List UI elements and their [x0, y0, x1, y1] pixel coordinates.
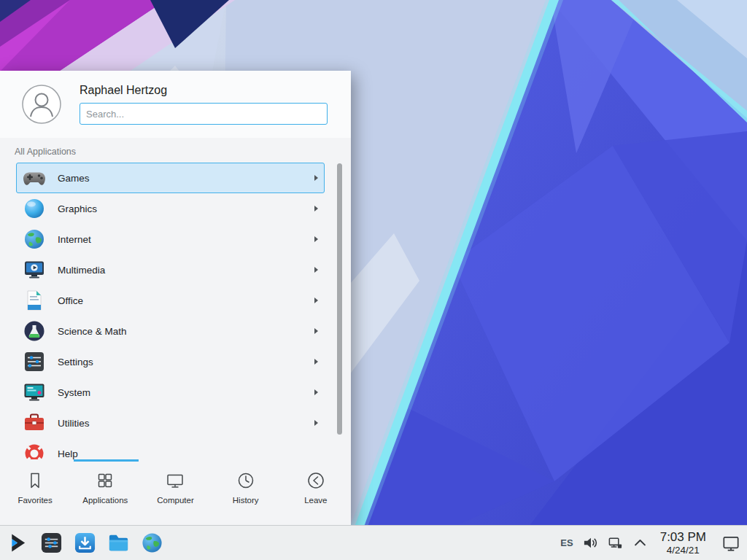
section-label: All Applications — [0, 138, 351, 159]
category-internet[interactable]: Internet — [16, 224, 325, 254]
category-office[interactable]: Office — [16, 285, 325, 316]
submenu-arrow-icon — [314, 267, 318, 273]
taskbar: ES — [0, 525, 747, 560]
keyboard-layout-indicator[interactable]: ES — [560, 537, 573, 548]
system-tray: ES — [560, 529, 741, 558]
category-graphics[interactable]: Graphics — [16, 193, 325, 224]
tab-favorites[interactable]: Favorites — [0, 459, 70, 525]
category-utilities[interactable]: Utilities — [16, 408, 325, 438]
submenu-arrow-icon — [314, 298, 318, 303]
category-games[interactable]: Games — [16, 163, 325, 193]
category-label: Utilities — [58, 418, 90, 429]
avatar-icon — [22, 85, 61, 124]
category-label: Science & Math — [58, 326, 127, 337]
clock-date: 4/24/21 — [660, 545, 706, 556]
browser-globe-icon[interactable] — [140, 531, 164, 555]
launcher-tab-bar: Favorites Applications — [0, 459, 351, 525]
category-help[interactable]: Help — [16, 438, 325, 459]
category-multimedia[interactable]: Multimedia — [16, 254, 325, 285]
globe-icon — [23, 228, 46, 251]
show-desktop-button[interactable] — [721, 529, 741, 558]
kickoff-icon[interactable] — [6, 531, 30, 555]
header-right: Raphael Hertzog — [80, 84, 328, 125]
toolbox-icon — [23, 411, 46, 435]
category-label: Graphics — [58, 203, 97, 214]
clock-icon — [236, 470, 256, 491]
flask-icon — [23, 319, 46, 343]
tab-computer[interactable]: Computer — [140, 459, 210, 525]
tab-label: Computer — [157, 496, 194, 505]
folder-icon[interactable] — [107, 531, 131, 555]
taskbar-launchers — [6, 531, 164, 555]
tab-label: Applications — [82, 496, 128, 505]
grid-icon — [95, 470, 115, 491]
download-icon[interactable] — [73, 531, 97, 555]
desktop: Raphael Hertzog All Applications — [0, 0, 747, 560]
show-desktop-icon — [721, 533, 741, 553]
leave-icon — [306, 470, 326, 491]
digital-clock[interactable]: 7:03 PM 4/24/21 — [660, 530, 706, 556]
category-label: Office — [58, 295, 83, 306]
category-label: Games — [58, 173, 90, 184]
document-icon — [23, 289, 46, 312]
volume-icon[interactable] — [583, 535, 598, 551]
category-settings[interactable]: Settings — [16, 346, 325, 377]
tab-label: History — [233, 496, 259, 505]
category-label: Internet — [58, 234, 91, 245]
submenu-arrow-icon — [314, 359, 318, 365]
submenu-arrow-icon — [314, 236, 318, 242]
category-system[interactable]: System — [16, 377, 325, 408]
category-science-math[interactable]: Science & Math — [16, 316, 325, 346]
submenu-arrow-icon — [314, 389, 318, 395]
system-monitor-icon — [23, 381, 46, 404]
submenu-arrow-icon — [314, 420, 318, 426]
tab-leave[interactable]: Leave — [281, 459, 351, 525]
lifebuoy-icon — [23, 442, 46, 459]
sphere-icon — [23, 197, 46, 220]
application-launcher: Raphael Hertzog All Applications — [0, 71, 351, 525]
launcher-header: Raphael Hertzog — [0, 71, 351, 138]
user-avatar[interactable] — [22, 85, 61, 124]
submenu-arrow-icon — [314, 175, 318, 181]
sliders-icon — [23, 350, 46, 373]
monitor-icon — [165, 470, 185, 491]
tab-label: Favorites — [18, 496, 52, 505]
search-input[interactable] — [80, 103, 328, 125]
user-name: Raphael Hertzog — [80, 84, 328, 97]
media-display-icon — [23, 258, 46, 281]
category-list: Games Graphics — [0, 159, 351, 459]
network-icon[interactable] — [608, 535, 623, 551]
submenu-arrow-icon — [314, 206, 318, 211]
bookmark-icon — [25, 470, 45, 491]
list-scrollbar[interactable] — [337, 163, 342, 435]
gamepad-icon — [23, 166, 46, 190]
settings-sliders-icon[interactable] — [39, 531, 63, 555]
tab-history[interactable]: History — [211, 459, 281, 525]
category-label: Multimedia — [58, 265, 105, 276]
tab-label: Leave — [304, 496, 327, 505]
category-label: Settings — [58, 357, 93, 368]
clock-time: 7:03 PM — [660, 530, 706, 544]
category-label: Help — [58, 448, 78, 459]
tab-applications[interactable]: Applications — [70, 459, 140, 525]
submenu-arrow-icon — [314, 328, 318, 334]
active-tab-indicator — [74, 459, 139, 462]
category-label: System — [58, 387, 90, 398]
expand-arrow-icon[interactable] — [632, 535, 648, 551]
